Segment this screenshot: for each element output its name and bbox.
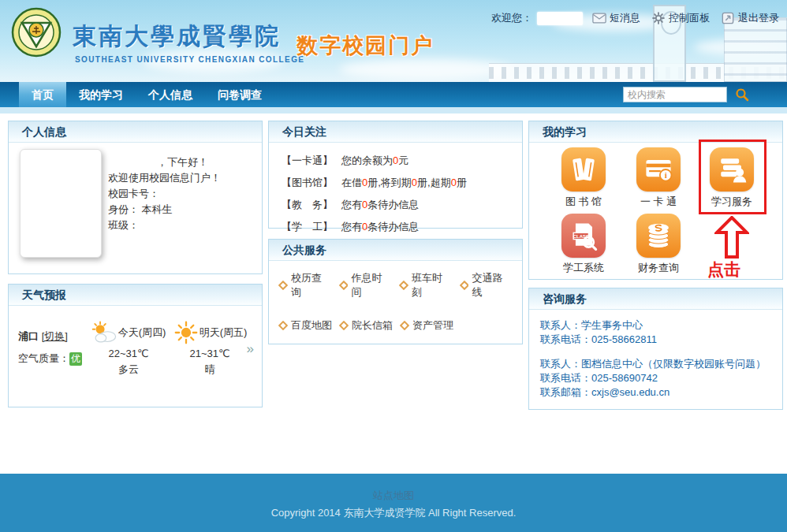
diamond-icon [278,321,288,330]
main-nav: 首页我的学习个人信息问卷调查 [0,82,787,107]
college-name-zh: 東南大學成賢學院 [73,20,281,53]
welcome-line: 欢迎使用校园信息门户！ [108,170,257,186]
public-services-row: 百度地图院长信箱资产管理 [278,318,513,333]
campus-search [623,87,749,102]
books-icon [566,152,601,187]
consult-services-panel: 咨询服务 联系人：学生事务中心联系电话：025-58662811联系人：图档信息… [528,288,783,410]
contact-line: 联系人：图档信息中心（仅限数字校园账号问题） [540,358,771,370]
personal-info-text: ，下午好！ 欢迎使用校园信息门户！ 校园卡号：身份： 本科生班级： [108,154,257,233]
public-service-link-百度地图[interactable]: 百度地图 [278,318,332,333]
personal-info-line: 身份： 本科生 [108,202,257,218]
weather-desc: 晴 [170,363,249,377]
nav-bottom-strip [0,107,787,113]
contact-line: 联系电话：025-58662811 [540,333,771,346]
diamond-icon [278,281,288,290]
public-service-link-校历查询[interactable]: 校历查询 [278,271,332,299]
sitemap-link[interactable]: 站点地图 [373,489,414,503]
public-service-link-交通路线[interactable]: 交通路线 [460,271,513,299]
consult-contact-groups: 联系人：学生事务中心联系电话：025-58662811联系人：图档信息中心（仅限… [529,310,782,399]
app-tile-学习服务[interactable]: 学习服务 [699,147,764,209]
app-tile-label: 学习服务 [699,195,764,209]
today-text: 册,将到期 [367,177,412,188]
card-tile-icon [636,147,681,192]
public-service-link-班车时刻[interactable]: 班车时刻 [399,271,453,299]
app-tile-图书馆[interactable]: 图 书 馆 [551,147,616,209]
today-focus-rows: 【一卡通】您的余额为0元【图书馆】在借0册,将到期0册,超期0册【教 务】您有0… [269,143,522,234]
weather-day: 明天(周五)21~31℃晴 [170,321,249,377]
app-tile-学工系统[interactable]: 学工系统 [551,214,616,275]
weather-desc: 多云 [89,363,168,377]
today-text: 册,超期 [417,177,451,188]
diamond-icon [339,281,349,290]
switch-city-link[interactable]: [切换] [42,330,68,342]
gear-button[interactable]: 控制面板 [651,11,710,25]
today-text: 条待办信息 [367,221,419,233]
personal-info-lines: 校园卡号：身份： 本科生班级： [108,186,257,233]
app-tile-一卡通[interactable]: 一 卡 通 [626,147,691,209]
today-focus-tag: 【图书馆】 [282,176,341,190]
nav-tab-首页[interactable]: 首页 [19,82,66,107]
user-name-blank [537,12,583,25]
personal-info-line: 班级： [108,218,257,233]
public-service-label: 班车时刻 [412,271,453,299]
card-icon [641,152,676,187]
air-quality-badge: 优 [69,352,82,366]
portal-page: 東南大學成賢學院 SOUTHEAST UNIVERSITY CHENGXIAN … [0,0,787,532]
public-service-label: 院长信箱 [352,318,393,333]
weather-more-arrow[interactable]: » [247,341,254,357]
banner: 東南大學成賢學院 SOUTHEAST UNIVERSITY CHENGXIAN … [0,0,787,82]
search-input[interactable] [623,87,727,102]
today-focus-row: 【学 工】您有0条待办信息 [282,220,509,234]
logout-button[interactable]: 退出登录 [721,11,779,25]
search-icon[interactable] [735,87,749,102]
nav-tab-我的学习[interactable]: 我的学习 [66,82,136,107]
building-decoration [724,17,787,82]
weather-day-name-row: 明天(周五) [170,321,249,344]
public-service-link-资产管理[interactable]: 资产管理 [400,318,453,333]
app-tile-label: 图 书 馆 [551,195,616,209]
public-service-label: 校历查询 [291,271,332,299]
today-alert-count: 0 [412,177,417,188]
study-tile-icon [710,147,754,192]
coins-tile-icon [636,214,681,258]
public-service-link-院长信箱[interactable]: 院长信箱 [339,318,393,333]
today-alert-count: 0 [451,177,457,188]
weather-day: 今天(周四)22~31℃多云 [89,321,168,377]
gear-icon [651,12,666,24]
weather-day-name: 明天(周五) [200,326,248,340]
college-name-en: SOUTHEAST UNIVERSITY CHENGXIAN COLLEGE [75,55,304,64]
app-tile-label: 财务查询 [626,261,691,275]
today-text: 您的余额为 [341,154,393,166]
public-service-label: 百度地图 [291,318,332,333]
nav-tab-问卷调查[interactable]: 问卷调查 [205,82,274,107]
today-focus-tag: 【学 工】 [282,220,341,234]
books-tile-icon [561,147,606,192]
contact-group: 联系人：图档信息中心（仅限数字校园账号问题）联系电话：025-58690742联… [540,358,771,399]
air-quality-label: 空气质量： [18,352,69,364]
personal-info-line: 校园卡号： [108,186,257,202]
diamond-icon [399,281,408,290]
user-bar: 欢迎您： 短消息控制面板退出登录 [491,11,779,25]
public-services-title: 公共服务 [269,240,522,261]
weather-temp: 21~31℃ [170,348,249,359]
message-icon [592,12,606,24]
public-services-row: 校历查询作息时间班车时刻交通路线 [278,271,513,299]
consult-services-title: 咨询服务 [529,288,782,310]
weather-title: 天气预报 [9,285,262,306]
message-button[interactable]: 短消息 [592,11,640,25]
today-text: 您有 [341,199,362,210]
today-focus-tag: 【一卡通】 [282,154,341,168]
annotation-click-label: 点击 [707,259,740,281]
app-tile-财务查询[interactable]: 财务查询 [626,214,691,275]
header-action-label: 控制面板 [669,11,710,25]
public-service-label: 作息时间 [351,271,392,299]
personal-info-panel: 个人信息 ，下午好！ 欢迎使用校园信息门户！ 校园卡号：身份： 本科生班级： [8,121,263,274]
weather-day-name: 今天(周四) [118,326,166,340]
weather-day-name-row: 今天(周四) [89,321,168,344]
diamond-icon [400,321,409,330]
contact-group: 联系人：学生事务中心联系电话：025-58662811 [540,319,771,346]
public-service-link-作息时间[interactable]: 作息时间 [339,271,393,299]
nav-tab-个人信息[interactable]: 个人信息 [136,82,205,107]
today-focus-row: 【教 务】您有0条待办信息 [282,198,509,212]
today-focus-panel: 今日关注 【一卡通】您的余额为0元【图书馆】在借0册,将到期0册,超期0册【教 … [268,121,523,229]
